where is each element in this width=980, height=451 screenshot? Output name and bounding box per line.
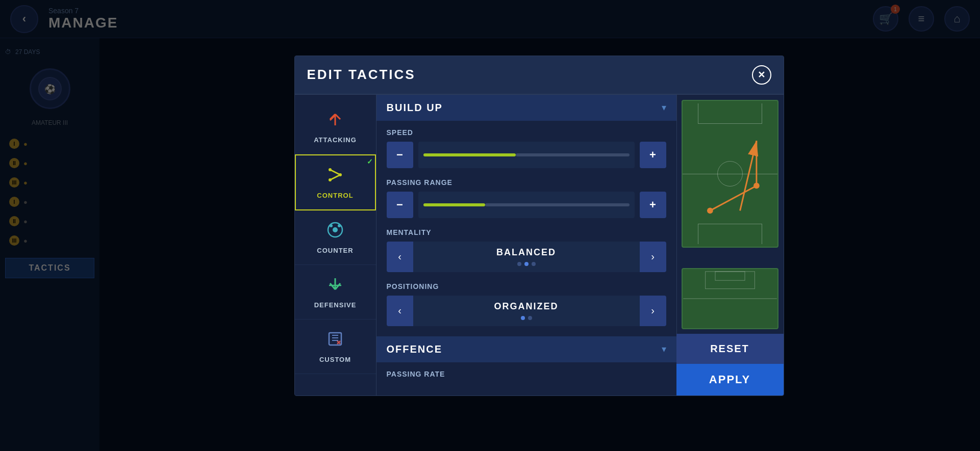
- control-label: CONTROL: [317, 192, 353, 199]
- positioning-value: ORGANIZED: [494, 301, 559, 312]
- positioning-next-button[interactable]: ›: [640, 296, 666, 326]
- offence-section: OFFENCE ▾ PASSING RATE: [376, 336, 676, 386]
- passing-range-plus-button[interactable]: +: [640, 192, 666, 218]
- apply-button[interactable]: APPLY: [676, 364, 784, 395]
- tactic-item-control[interactable]: CONTROL: [295, 154, 376, 210]
- offence-arrow: ▾: [662, 343, 666, 355]
- right-panel: RESET APPLY: [676, 95, 784, 395]
- positioning-middle: ORGANIZED: [413, 296, 640, 326]
- offence-settings: PASSING RATE: [376, 362, 676, 386]
- passing-empty: [485, 203, 630, 206]
- reset-button[interactable]: RESET: [676, 334, 784, 364]
- svg-point-13: [330, 224, 333, 227]
- passing-rate-setting: PASSING RATE: [387, 370, 666, 378]
- defensive-icon: [326, 275, 344, 297]
- passing-range-setting: PASSING RANGE − +: [387, 178, 666, 218]
- svg-point-10: [339, 173, 342, 176]
- svg-point-14: [338, 224, 341, 227]
- build-up-header[interactable]: BUILD UP ▾: [376, 95, 676, 121]
- dialog-header: EDIT TACTICS ✕: [295, 56, 784, 95]
- positioning-dots: [521, 316, 532, 320]
- tactic-item-defensive[interactable]: DEFENSIVE: [295, 265, 376, 320]
- mentality-dots: [517, 262, 536, 266]
- build-up-arrow: ▾: [662, 102, 666, 113]
- positioning-setting: POSITIONING ‹ ORGANIZED ›: [387, 282, 666, 326]
- svg-point-12: [333, 227, 338, 232]
- tactic-arrows-svg: [683, 101, 777, 246]
- attacking-icon: [326, 110, 344, 132]
- dialog-title: EDIT TACTICS: [307, 67, 416, 83]
- svg-point-9: [329, 178, 332, 181]
- field-top-view: [682, 100, 778, 248]
- passing-rate-label: PASSING RATE: [387, 370, 666, 378]
- passing-fill: [423, 203, 485, 206]
- build-up-section: BUILD UP ▾ SPEED − +: [376, 95, 676, 334]
- mentality-prev-button[interactable]: ‹: [387, 242, 413, 272]
- svg-line-27: [710, 185, 757, 210]
- passing-range-minus-button[interactable]: −: [387, 192, 413, 218]
- control-icon: [326, 166, 344, 188]
- speed-fill: [423, 153, 516, 156]
- mentality-value: BALANCED: [496, 247, 556, 258]
- positioning-label: POSITIONING: [387, 282, 666, 290]
- mentality-dot-2: [524, 262, 529, 266]
- speed-minus-button[interactable]: −: [387, 142, 413, 168]
- field-bottom-svg: [683, 269, 777, 328]
- defensive-label: DEFENSIVE: [314, 301, 357, 309]
- svg-point-8: [329, 168, 332, 171]
- tactic-item-counter[interactable]: COUNTER: [295, 210, 376, 265]
- field-bottom-view: [682, 268, 778, 329]
- svg-line-7: [330, 175, 340, 180]
- tactic-item-attacking[interactable]: ATTACKING: [295, 100, 376, 154]
- build-up-title: BUILD UP: [387, 102, 443, 114]
- build-up-settings: SPEED − + PASSING RANGE: [376, 121, 676, 334]
- passing-range-label: PASSING RANGE: [387, 178, 666, 187]
- mentality-next-button[interactable]: ›: [640, 242, 666, 272]
- passing-range-slider-track[interactable]: [418, 192, 635, 218]
- speed-slider-row: − +: [387, 142, 666, 168]
- offence-title: OFFENCE: [387, 343, 443, 355]
- speed-plus-button[interactable]: +: [640, 142, 666, 168]
- offence-header[interactable]: OFFENCE ▾: [376, 336, 676, 362]
- mentality-selector: ‹ BALANCED ›: [387, 242, 666, 272]
- mentality-middle: BALANCED: [413, 242, 640, 272]
- speed-setting: SPEED − +: [387, 128, 666, 168]
- speed-empty: [516, 153, 629, 156]
- positioning-dot-1: [521, 316, 525, 320]
- svg-point-30: [753, 182, 760, 189]
- speed-label: SPEED: [387, 128, 666, 137]
- custom-label: CUSTOM: [319, 356, 351, 363]
- positioning-selector: ‹ ORGANIZED ›: [387, 296, 666, 326]
- dialog-body: ATTACKING CONTROL: [295, 95, 784, 395]
- tactic-item-custom[interactable]: CUSTOM: [295, 320, 376, 374]
- tactics-sidebar: ATTACKING CONTROL: [295, 95, 376, 395]
- speed-slider-track[interactable]: [418, 142, 635, 168]
- mentality-dot-1: [517, 262, 521, 266]
- custom-icon: [326, 330, 344, 352]
- passing-range-slider-row: − +: [387, 192, 666, 218]
- main-content: BUILD UP ▾ SPEED − +: [376, 95, 676, 395]
- svg-point-29: [707, 207, 713, 214]
- mentality-dot-3: [532, 262, 536, 266]
- close-button[interactable]: ✕: [752, 65, 771, 85]
- attacking-label: ATTACKING: [314, 136, 357, 144]
- svg-line-6: [330, 170, 340, 175]
- svg-line-26: [740, 141, 757, 210]
- action-buttons: RESET APPLY: [676, 334, 784, 395]
- edit-tactics-dialog: EDIT TACTICS ✕ ATTACKING: [294, 56, 784, 396]
- counter-icon: [326, 221, 344, 243]
- positioning-prev-button[interactable]: ‹: [387, 296, 413, 326]
- positioning-dot-2: [528, 316, 532, 320]
- mentality-label: MENTALITY: [387, 228, 666, 236]
- counter-label: COUNTER: [317, 247, 353, 254]
- mentality-setting: MENTALITY ‹ BALANCED ›: [387, 228, 666, 272]
